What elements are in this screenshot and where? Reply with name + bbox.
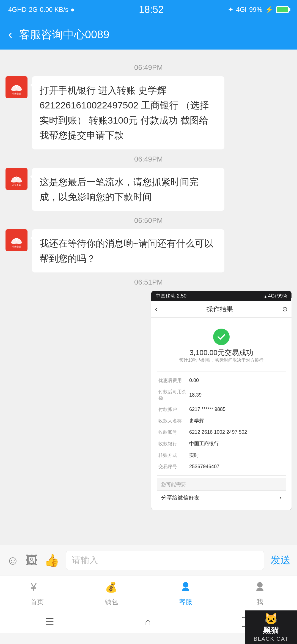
system-bar: ☰ ⌂ 🐱 黑猫 BLACK CAT bbox=[0, 611, 297, 633]
blackcat-logo-line1: 黑猫 bbox=[263, 625, 279, 636]
nav-wallet[interactable]: 💰 钱包 bbox=[74, 580, 148, 606]
image-button[interactable]: 🖼 bbox=[26, 553, 38, 567]
table-label: 付款后可用余额 bbox=[157, 386, 188, 403]
bluetooth-icon: ✦ bbox=[228, 6, 233, 13]
send-button[interactable]: 发送 bbox=[271, 553, 290, 567]
agent-avatar-icon: 小米金融 bbox=[8, 79, 25, 95]
table-label: 付款账户 bbox=[157, 404, 188, 415]
mini-content: 3,100.00元交易成功 预计10秒内到账，实际时间取决于对方银行 优惠后费用… bbox=[151, 318, 292, 510]
emoji-button[interactable]: ☺ bbox=[7, 553, 19, 567]
svg-point-12 bbox=[257, 582, 263, 588]
mini-signal: 中国移动 2:50 bbox=[156, 293, 186, 299]
table-value: 6217 ****** 9885 bbox=[188, 404, 285, 415]
timestamp-2: 06:49PM bbox=[6, 155, 292, 163]
bubble-3: 我还在等待你的消息哟~请问还有什么可以帮到您的吗？ bbox=[32, 229, 224, 272]
divider-1 bbox=[157, 372, 286, 372]
input-placeholder: 请输入 bbox=[72, 554, 98, 566]
avatar-agent-2: 小米金融 bbox=[6, 168, 28, 190]
table-row: 收款银行中国工商银行 bbox=[157, 438, 285, 449]
status-time: 18:52 bbox=[139, 4, 164, 15]
nav-service[interactable]: 客服 bbox=[148, 580, 223, 606]
table-label: 转账方式 bbox=[157, 450, 188, 461]
mini-service-icon: ⊙ bbox=[282, 305, 288, 313]
message-input[interactable]: 请输入 bbox=[66, 551, 264, 570]
wallet-icon: 💰 bbox=[105, 580, 118, 596]
message-row-screenshot: 中国移动 2:50 ⁎ 4Gi 99% ‹ 操作结果 ⊙ bbox=[6, 291, 292, 510]
battery-icon bbox=[276, 6, 289, 13]
check-circle bbox=[213, 329, 230, 345]
menu-button[interactable]: ☰ bbox=[45, 616, 54, 628]
timestamp-3: 06:50PM bbox=[6, 216, 292, 225]
message-row-2: 小米金融 这是您最后一笔流水，请您抓紧时间完成，以免影响您的下款时间 bbox=[6, 168, 292, 211]
back-button[interactable]: ‹ bbox=[8, 28, 12, 41]
status-right-area: ✦ 4Gi 99% ⚡ bbox=[228, 6, 289, 13]
table-value: 6212 2616 1002 2497 502 bbox=[188, 427, 285, 438]
signal-2g: 2G bbox=[29, 6, 38, 13]
blackcat-icon: 🐱 bbox=[264, 612, 278, 625]
share-arrow-icon: › bbox=[280, 495, 282, 501]
network-4gi: 4Gi bbox=[236, 6, 246, 13]
table-value: 实时 bbox=[188, 450, 285, 461]
svg-text:小米金融: 小米金融 bbox=[12, 245, 21, 248]
table-label: 收款账号 bbox=[157, 427, 188, 438]
svg-text:小米金融: 小米金融 bbox=[12, 184, 21, 187]
table-value: 0.00 bbox=[188, 375, 285, 386]
message-row-3: 小米金融 我还在等待你的消息哟~请问还有什么可以帮到您的吗？ bbox=[6, 229, 292, 272]
table-label: 收款银行 bbox=[157, 438, 188, 449]
status-bar: 4GHD 2G 0.00 KB/s ● 18:52 ✦ 4Gi 99% ⚡ bbox=[0, 0, 297, 19]
table-row: 优惠后费用0.00 bbox=[157, 375, 285, 386]
signal-4ghd: 4GHD bbox=[8, 6, 27, 13]
home-button[interactable]: ⌂ bbox=[145, 616, 151, 628]
mini-footer: 您可能需要 bbox=[157, 478, 286, 490]
bubble-2: 这是您最后一笔流水，请您抓紧时间完成，以免影响您的下款时间 bbox=[32, 168, 224, 211]
nav-me[interactable]: 我 bbox=[223, 580, 297, 606]
thumb-button[interactable]: 👍 bbox=[44, 553, 59, 567]
mini-success-area: 3,100.00元交易成功 预计10秒内到账，实际时间取决于对方银行 bbox=[157, 323, 286, 369]
agent-avatar-icon-2: 小米金融 bbox=[8, 171, 25, 187]
table-value: 史学辉 bbox=[188, 415, 285, 426]
svg-point-1 bbox=[16, 86, 17, 88]
nav-home[interactable]: ¥ 首页 bbox=[0, 580, 74, 606]
charging-icon: ⚡ bbox=[265, 6, 273, 13]
svg-text:小米金融: 小米金融 bbox=[12, 92, 21, 95]
table-row: 收款账号6212 2616 1002 2497 502 bbox=[157, 427, 285, 438]
transaction-table: 优惠后费用0.00付款后可用余额18.39付款账户6217 ****** 988… bbox=[157, 375, 286, 473]
mini-statusbar: 中国移动 2:50 ⁎ 4Gi 99% bbox=[151, 291, 292, 301]
blackcat-watermark: 🐱 黑猫 BLACK CAT bbox=[245, 610, 297, 644]
success-subnote: 预计10秒内到账，实际时间取决于对方银行 bbox=[179, 358, 263, 363]
bottom-nav: ¥ 首页 💰 钱包 客服 我 bbox=[0, 575, 297, 611]
table-row: 付款后可用余额18.39 bbox=[157, 386, 285, 403]
screenshot-bubble: 中国移动 2:50 ⁎ 4Gi 99% ‹ 操作结果 ⊙ bbox=[151, 291, 292, 510]
blackcat-logo-line2: BLACK CAT bbox=[254, 636, 289, 642]
svg-point-4 bbox=[16, 178, 17, 180]
avatar-agent-1: 小米金融 bbox=[6, 76, 28, 98]
agent-avatar-icon-3: 小米金融 bbox=[8, 232, 25, 249]
chat-title: 客服咨询中心0089 bbox=[19, 27, 109, 42]
input-bar: ☺ 🖼 👍 请输入 发送 bbox=[0, 545, 297, 575]
bubble-1: 打开手机银行 进入转账 史学辉 6212261610022497502 工商银行… bbox=[32, 76, 224, 149]
message-icon: ● bbox=[71, 6, 75, 13]
nav-home-label: 首页 bbox=[31, 597, 44, 606]
table-value: 18.39 bbox=[188, 386, 285, 403]
service-icon bbox=[179, 580, 192, 596]
table-row: 转账方式实时 bbox=[157, 450, 285, 461]
home-icon: ¥ bbox=[31, 580, 43, 596]
table-row: 付款账户6217 ****** 9885 bbox=[157, 404, 285, 415]
nav-service-label: 客服 bbox=[179, 597, 192, 606]
table-row: 交易序号25367946407 bbox=[157, 461, 285, 472]
message-row-1: 小米金融 打开手机银行 进入转账 史学辉 6212261610022497502… bbox=[6, 76, 292, 149]
chat-area: 06:49PM 小米金融 打开手机银行 进入转账 史学辉 62122616100… bbox=[0, 50, 297, 545]
me-icon bbox=[254, 580, 266, 596]
nav-me-label: 我 bbox=[257, 597, 263, 606]
avatar-agent-3: 小米金融 bbox=[6, 229, 28, 251]
timestamp-screenshot: 06:51PM bbox=[6, 278, 292, 286]
table-value: 中国工商银行 bbox=[188, 438, 285, 449]
svg-text:💰: 💰 bbox=[105, 581, 117, 593]
table-label: 交易序号 bbox=[157, 461, 188, 472]
mini-share-row: 分享给微信好友 › bbox=[157, 490, 286, 505]
mini-back-icon: ‹ bbox=[155, 305, 157, 313]
mini-header-title: 操作结果 bbox=[207, 305, 233, 313]
table-label: 收款人名称 bbox=[157, 415, 188, 426]
mini-header: ‹ 操作结果 ⊙ bbox=[151, 301, 292, 318]
mini-phone: 中国移动 2:50 ⁎ 4Gi 99% ‹ 操作结果 ⊙ bbox=[151, 291, 292, 510]
